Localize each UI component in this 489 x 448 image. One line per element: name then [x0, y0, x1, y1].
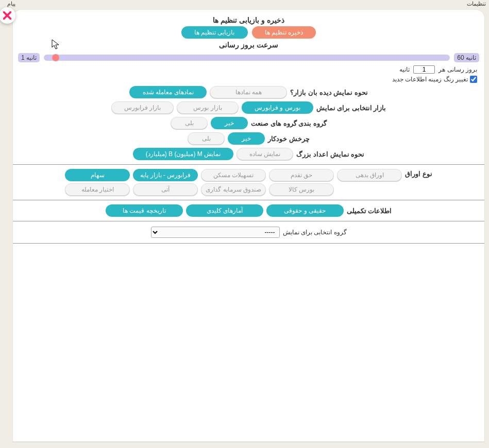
- refresh-speed-title: سرعت بروز رسانی: [18, 41, 479, 49]
- industry-no[interactable]: خیر: [211, 117, 248, 129]
- topbar-crumb: پیام: [7, 1, 15, 7]
- pt-fund[interactable]: صندوق سرمایه گذاری: [201, 183, 266, 196]
- display-mode-label: نحوه نمایش دیده بان بازار؟: [290, 89, 367, 96]
- pt-saham[interactable]: سهام: [65, 169, 130, 181]
- group-select-label: گروه انتخابی برای نمایش: [283, 229, 347, 236]
- big-numbers-label: نحوه نمایش اعداد بزرگ: [296, 150, 364, 158]
- supplementary-label: اطلاعات تکمیلی: [347, 207, 392, 215]
- pt-fara-payeh[interactable]: فرابورس - بازار پایه: [133, 169, 198, 181]
- pt-debt[interactable]: اوراق بدهی: [337, 169, 402, 181]
- auto-rotate-label: چرخش خودکار: [268, 135, 310, 143]
- industry-group-label: گروه بندی گروه های صنعت: [251, 119, 326, 127]
- pt-taqaddom[interactable]: حق تقدم: [269, 169, 334, 181]
- save-settings-button[interactable]: ذخیره تنظیم ها: [252, 26, 316, 39]
- refresh-suffix: ثانیه: [399, 66, 410, 73]
- market-select-label: بازار انتخابی برای نمایش: [316, 104, 386, 112]
- save-restore-title: ذخیره و بازیابی تنظیم ها: [18, 16, 479, 24]
- opt-traded-symbols[interactable]: نمادهای معامله شده: [129, 86, 207, 98]
- rotate-no[interactable]: خیر: [228, 132, 265, 145]
- bignum-mb[interactable]: نمایش M (میلیون) B (میلیارد): [133, 148, 233, 160]
- paper-type-label: نوع اوراق: [405, 170, 432, 178]
- opt-all-symbols[interactable]: همه نمادها: [210, 86, 287, 98]
- bg-color-checkbox[interactable]: [470, 76, 477, 83]
- close-x-icon: [2, 10, 13, 21]
- si-price-history[interactable]: تاریخچه قیمت ها: [106, 204, 183, 217]
- topbar-settings-label: تنظیمات: [467, 1, 486, 7]
- slider-max-label: ثانیه 60: [454, 53, 479, 62]
- si-key-stats[interactable]: آمارهای کلیدی: [186, 204, 263, 217]
- opt-farabourse[interactable]: بازار فرابورس: [111, 101, 174, 114]
- bg-color-label: تغییر رنگ زمینه اطلاعات جدید: [392, 76, 468, 83]
- slider-min-label: ثانیه 1: [18, 53, 40, 62]
- refresh-slider[interactable]: [44, 55, 450, 61]
- group-select[interactable]: -----: [151, 227, 280, 238]
- industry-yes[interactable]: بلی: [171, 117, 208, 129]
- cursor-icon: [52, 39, 61, 53]
- refresh-prefix: بروز رسانی هر: [439, 66, 477, 73]
- pt-ati[interactable]: آتی: [133, 183, 198, 196]
- bignum-simple[interactable]: نمایش ساده: [237, 148, 293, 160]
- opt-bourse[interactable]: بازار بورس: [177, 101, 239, 114]
- rotate-yes[interactable]: بلی: [188, 132, 225, 145]
- opt-bourse-fara[interactable]: بورس و فرابورس: [242, 101, 313, 114]
- restore-settings-button[interactable]: بازیابی تنظیم ها: [181, 26, 248, 39]
- pt-commodity[interactable]: بورس کالا: [269, 183, 334, 196]
- refresh-interval-input[interactable]: [413, 65, 435, 74]
- pt-option[interactable]: اختیار معامله: [65, 183, 130, 196]
- slider-thumb[interactable]: [52, 54, 59, 61]
- si-real-legal[interactable]: حقیقی و حقوقی: [266, 204, 344, 217]
- pt-maskan[interactable]: تسهیلات مسکن: [201, 169, 266, 181]
